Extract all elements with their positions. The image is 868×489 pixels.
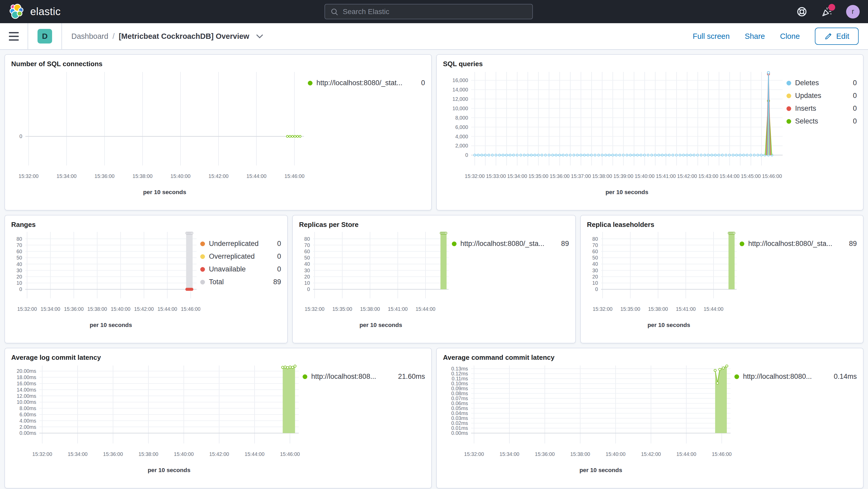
svg-text:20: 20: [17, 274, 22, 279]
legend: Deletes0Updates0Inserts0Selects0: [786, 79, 857, 202]
svg-text:15:38:00: 15:38:00: [592, 173, 612, 179]
svg-text:50: 50: [592, 255, 598, 261]
legend-value: 89: [268, 278, 281, 286]
svg-text:per 10 seconds: per 10 seconds: [90, 322, 132, 328]
legend-label: http://localhost:808...: [311, 372, 376, 380]
svg-text:per 10 seconds: per 10 seconds: [606, 189, 648, 195]
ranges-chart[interactable]: 0102030405060708015:32:0015:34:0015:36:0…: [11, 229, 200, 335]
full-screen-button[interactable]: Full screen: [693, 32, 730, 41]
svg-text:0: 0: [20, 133, 22, 139]
svg-text:15:39:00: 15:39:00: [613, 173, 633, 179]
svg-text:0.08ms: 0.08ms: [451, 391, 468, 396]
breadcrumb-dashboard-link[interactable]: Dashboard: [71, 32, 108, 41]
svg-text:15:44:00: 15:44:00: [719, 173, 739, 179]
legend-value: 89: [844, 240, 857, 248]
divider: [28, 23, 28, 49]
legend-item[interactable]: Deletes0: [786, 79, 857, 87]
svg-text:15:42:00: 15:42:00: [641, 451, 661, 457]
legend-value: 0: [848, 117, 857, 125]
svg-text:10.00ms: 10.00ms: [17, 399, 36, 405]
panel-title: Replicas per Store: [299, 221, 569, 229]
svg-text:0.07ms: 0.07ms: [451, 395, 468, 401]
svg-text:15:44:00: 15:44:00: [246, 173, 267, 179]
svg-text:15:38:00: 15:38:00: [570, 451, 590, 457]
share-button[interactable]: Share: [745, 32, 765, 41]
svg-text:8.00ms: 8.00ms: [20, 405, 36, 411]
svg-text:14.00ms: 14.00ms: [17, 387, 36, 393]
search-icon: [330, 7, 339, 16]
legend: http://localhost:8080/_stat...0: [308, 79, 425, 202]
legend-swatch: [786, 81, 791, 86]
svg-text:70: 70: [304, 242, 310, 248]
svg-text:15:32:00: 15:32:00: [592, 306, 612, 312]
svg-text:30: 30: [592, 268, 598, 273]
svg-text:2.00ms: 2.00ms: [20, 424, 36, 430]
legend-item[interactable]: Updates0: [786, 92, 857, 100]
legend-swatch: [200, 242, 205, 246]
svg-text:15:34:00: 15:34:00: [68, 451, 88, 457]
replicas-per-store-chart[interactable]: 0102030405060708015:32:0015:35:0015:38:0…: [299, 229, 452, 335]
svg-text:15:35:00: 15:35:00: [333, 306, 352, 312]
svg-text:15:36:00: 15:36:00: [550, 173, 569, 179]
legend-item[interactable]: http://localhost:8080/_stat...0: [308, 79, 425, 87]
svg-text:15:32:00: 15:32:00: [32, 451, 52, 457]
legend-item[interactable]: Inserts0: [786, 104, 857, 113]
svg-text:0: 0: [595, 286, 598, 292]
svg-text:15:45:00: 15:45:00: [741, 173, 761, 179]
sql-queries-chart[interactable]: 02,0004,0006,0008,00010,00012,00014,0001…: [443, 68, 786, 202]
menu-icon[interactable]: [0, 23, 28, 49]
legend-label: http://localhost:8080/_sta...: [748, 240, 832, 248]
user-avatar[interactable]: r: [846, 5, 860, 19]
svg-text:15:34:00: 15:34:00: [507, 173, 527, 179]
svg-text:18.00ms: 18.00ms: [17, 374, 36, 380]
svg-text:15:38:00: 15:38:00: [648, 306, 668, 312]
svg-text:15:35:00: 15:35:00: [528, 173, 548, 179]
svg-text:15:46:00: 15:46:00: [712, 451, 732, 457]
clone-button[interactable]: Clone: [780, 32, 800, 41]
svg-text:60: 60: [17, 248, 22, 254]
app-header: elastic: [0, 0, 868, 23]
elastic-logo[interactable]: elastic: [8, 3, 61, 20]
legend-item[interactable]: Overreplicated0: [200, 252, 281, 261]
legend-item[interactable]: http://localhost:8080/_sta...89: [740, 240, 857, 248]
legend-label: Total: [209, 278, 224, 286]
legend-item[interactable]: Underreplicated0: [200, 240, 281, 248]
global-search[interactable]: [324, 4, 533, 19]
legend: Underreplicated0Overreplicated0Unavailab…: [200, 240, 281, 335]
command-commit-latency-chart[interactable]: 0.00ms0.01ms0.02ms0.03ms0.04ms0.05ms0.06…: [443, 362, 735, 480]
svg-text:15:36:00: 15:36:00: [103, 451, 123, 457]
legend-label: Underreplicated: [209, 240, 258, 248]
edit-button[interactable]: Edit: [815, 28, 859, 45]
sql-connections-chart[interactable]: 015:32:0015:34:0015:36:0015:38:0015:40:0…: [11, 68, 308, 202]
svg-text:40: 40: [592, 261, 598, 267]
svg-text:15:37:00: 15:37:00: [571, 173, 591, 179]
log-commit-latency-chart[interactable]: 0.00ms2.00ms4.00ms6.00ms8.00ms10.00ms12.…: [11, 362, 303, 480]
legend-item[interactable]: http://localhost:8080/_sta...89: [452, 240, 569, 248]
panel-replica-leaseholders: Replica leaseholders 0102030405060708015…: [580, 215, 864, 343]
svg-text:10: 10: [304, 280, 310, 286]
toolbar: D Dashboard / [Metricbeat CockroachDB] O…: [0, 23, 868, 50]
svg-text:20.00ms: 20.00ms: [17, 368, 36, 374]
svg-text:0: 0: [465, 152, 468, 158]
legend-item[interactable]: Total89: [200, 278, 281, 286]
space-avatar[interactable]: D: [37, 29, 52, 43]
legend-item[interactable]: http://localhost:808...21.60ms: [303, 372, 425, 380]
svg-text:per 10 seconds: per 10 seconds: [580, 467, 622, 473]
svg-text:0.10ms: 0.10ms: [451, 380, 468, 386]
svg-text:0.13ms: 0.13ms: [451, 366, 468, 371]
search-input[interactable]: [343, 7, 527, 16]
panel-ranges: Ranges 0102030405060708015:32:0015:34:00…: [4, 215, 288, 343]
legend-item[interactable]: Selects0: [786, 117, 857, 125]
svg-text:0: 0: [307, 286, 310, 292]
dashboard-menu-chevron[interactable]: [256, 34, 263, 38]
svg-text:15:38:00: 15:38:00: [87, 306, 107, 312]
replica-leaseholders-chart[interactable]: 0102030405060708015:32:0015:35:0015:38:0…: [587, 229, 740, 335]
svg-text:0.11ms: 0.11ms: [452, 376, 468, 381]
legend-item[interactable]: Unavailable0: [200, 265, 281, 273]
svg-text:16.00ms: 16.00ms: [17, 380, 36, 386]
newsfeed-icon[interactable]: [821, 6, 833, 18]
legend-value: 0: [848, 92, 857, 100]
svg-text:80: 80: [592, 236, 598, 242]
legend-item[interactable]: http://localhost:8080...0.14ms: [735, 372, 857, 380]
help-icon[interactable]: [796, 6, 808, 18]
